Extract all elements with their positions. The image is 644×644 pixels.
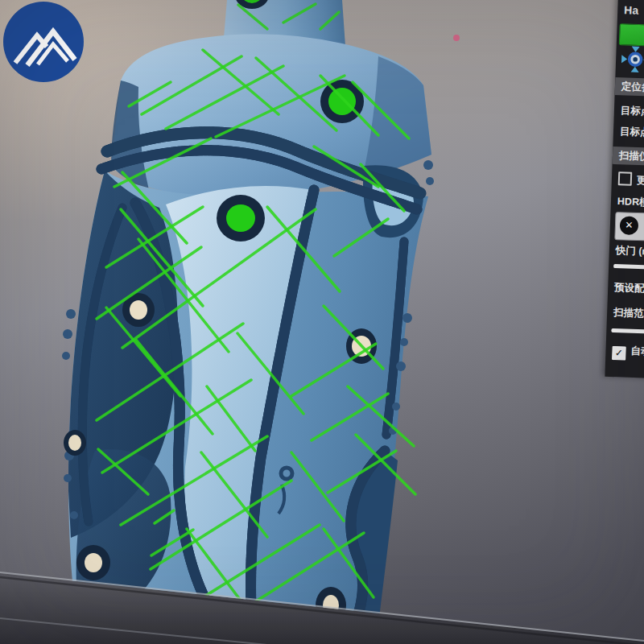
photographed-monitor: Ha 定位参数 目标点 目标点 扫描仪 更 HDR模式 ✕ 快门 (ms) 预设… (0, 0, 644, 644)
section-positioning: 定位参数 (615, 77, 644, 98)
target-distance-label: 目标点 (620, 125, 644, 139)
positioning-target-icon[interactable] (621, 45, 644, 73)
scan-marker-green (217, 195, 265, 242)
x-circle-icon: ✕ (620, 216, 639, 235)
scan-viewport[interactable] (0, 0, 644, 644)
company-logo (3, 2, 84, 82)
update-label: 更 (637, 175, 644, 186)
scan-range-label: 扫描范围 (613, 306, 644, 321)
shutter-label: 快门 (ms) (616, 244, 644, 259)
scan-marker-white (64, 430, 86, 456)
auto-scan-checkbox[interactable]: ✓ (612, 346, 626, 361)
hdr-mode-label: HDR模式 (617, 195, 644, 210)
model-3d[interactable] (62, 0, 434, 638)
auto-scan-row[interactable]: ✓自动扫描 (612, 344, 644, 362)
scan-range-slider[interactable] (611, 328, 644, 336)
update-checkbox[interactable] (618, 171, 633, 186)
auto-scan-label: 自动扫描 (630, 345, 644, 358)
scan-marker-white (76, 545, 110, 580)
update-checkbox-row[interactable]: 更 (618, 171, 644, 188)
preset-config-label: 预设配置 (614, 281, 644, 296)
panel-title: Ha (624, 3, 638, 17)
exposure-delete-button[interactable]: ✕ (614, 212, 644, 242)
record-indicator-dot (453, 35, 460, 41)
section-scanner: 扫描仪 (613, 147, 644, 167)
shutter-slider[interactable] (613, 264, 644, 271)
target-count-label: 目标点 (621, 104, 644, 118)
